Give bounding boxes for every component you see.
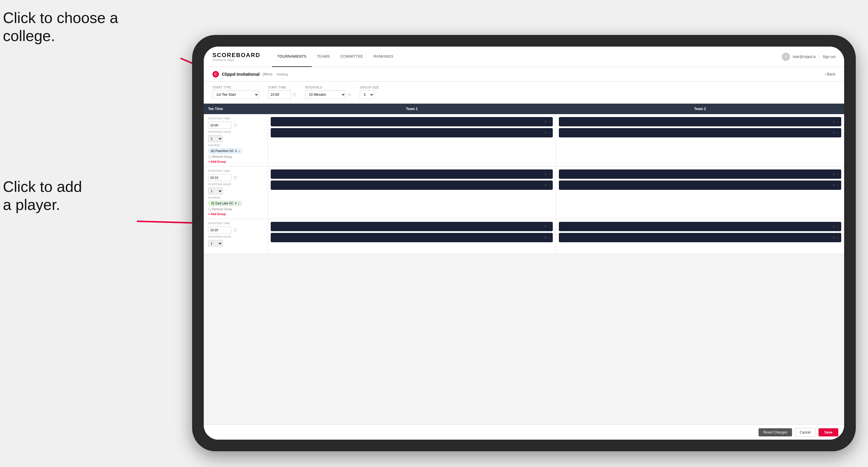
nav-tournaments[interactable]: TOURNAMENTS (272, 46, 311, 67)
course-tag-2[interactable]: 🌿 East Lake GC ✕ ↕ (208, 201, 242, 206)
course-row-1: (A) Peachtree GC ✕ ↕ (208, 149, 263, 153)
main-content[interactable]: STARTING TIME: ⓘ STARTING HOLE: 1 COURSE… (204, 114, 844, 425)
slot-x-icon[interactable]: ✕ (544, 183, 547, 187)
slot-chevron-icon[interactable]: ↕ (837, 131, 839, 135)
player-slot[interactable]: ✕ ↕ (559, 233, 841, 242)
starting-hole-row-1: 1 (208, 135, 263, 142)
slot-x-icon[interactable]: ✕ (544, 131, 547, 135)
form-group-start-time: Start Time ⓘ (268, 86, 296, 99)
slot-x-icon[interactable]: ✕ (544, 236, 547, 240)
player-slot[interactable]: ✕ ↕ (271, 233, 553, 242)
slot-chevron-icon[interactable]: ↕ (549, 131, 551, 135)
form-area: Start Type 1st Tee Start Start Time ⓘ In… (204, 82, 844, 104)
group-size-select[interactable]: 3 (360, 90, 374, 99)
slot-chevron-icon[interactable]: ↕ (837, 172, 839, 176)
player-slot[interactable]: ✕ ↕ (271, 181, 553, 190)
starting-hole-row-2: 1 (208, 187, 263, 194)
slot-chevron-icon[interactable]: ↕ (549, 120, 551, 124)
course-tag-chevron-1[interactable]: ↕ (238, 149, 240, 153)
form-group-start-type: Start Type 1st Tee Start (213, 86, 259, 99)
player-slot[interactable]: ✕ ↕ (559, 128, 841, 137)
player-slot[interactable]: ✕ ↕ (559, 181, 841, 190)
time-info-icon-1: ⓘ (234, 123, 237, 127)
starting-hole-select-3[interactable]: 1 (208, 240, 223, 247)
nav-teams[interactable]: TEAMS (312, 46, 335, 67)
player-slot[interactable]: ✕ ↕ (271, 128, 553, 137)
start-time-input[interactable] (268, 90, 291, 99)
tee-left-2: STARTING TIME: ⓘ STARTING HOLE: 1 COURSE… (204, 166, 268, 219)
tee-team1-3: ✕ ↕ ✕ ↕ (268, 219, 556, 254)
divider: | (819, 55, 820, 59)
starting-time-input-2[interactable] (208, 174, 231, 181)
slot-x-icon[interactable]: ✕ (833, 172, 835, 176)
table-row: STARTING TIME: ⓘ STARTING HOLE: 1 COURSE… (204, 166, 844, 219)
slot-chevron-icon[interactable]: ↕ (837, 236, 839, 240)
player-slot[interactable]: ✕ ↕ (271, 117, 553, 126)
add-group-1[interactable]: + Add Group (208, 160, 263, 163)
hosting-badge: Hosting (277, 72, 287, 76)
course-tag-1[interactable]: (A) Peachtree GC ✕ ↕ (208, 149, 243, 153)
sign-out-link[interactable]: Sign out (823, 55, 835, 59)
tablet-screen: SCOREBOARD Powered by clippd TOURNAMENTS… (204, 46, 844, 440)
cancel-button[interactable]: Cancel (795, 428, 816, 437)
starting-time-row-3: ⓘ (208, 226, 263, 234)
add-group-2[interactable]: + Add Group (208, 213, 263, 216)
reset-button[interactable]: Reset Changes (758, 428, 792, 436)
form-group-intervals: Intervals 10 Minutes ⓘ (305, 86, 351, 99)
intervals-label: Intervals (305, 86, 351, 89)
slot-chevron-icon[interactable]: ↕ (837, 120, 839, 124)
starting-time-input-1[interactable] (208, 122, 231, 129)
tee-team1-2: ✕ ↕ ✕ ↕ (268, 166, 556, 219)
remove-group-2[interactable]: ◯ Remove Group (208, 208, 263, 211)
remove-group-1[interactable]: ◯ Remove Group (208, 155, 263, 158)
slot-x-icon[interactable]: ✕ (833, 131, 835, 135)
slot-x-icon[interactable]: ✕ (833, 224, 835, 228)
start-type-label: Start Type (213, 86, 259, 89)
footer-bar: Reset Changes Cancel Save (204, 425, 844, 440)
slot-chevron-icon[interactable]: ↕ (549, 172, 551, 176)
slot-chevron-icon[interactable]: ↕ (549, 236, 551, 240)
sub-header: C Clippd Invitational (Men) Hosting ‹ Ba… (204, 67, 844, 82)
user-email: blair@clippd.io (793, 55, 816, 59)
start-time-info-icon: ⓘ (293, 93, 296, 97)
player-slot[interactable]: ✕ ↕ (559, 222, 841, 231)
time-info-icon-2: ⓘ (234, 176, 237, 180)
slot-x-icon[interactable]: ✕ (544, 120, 547, 124)
starting-hole-select-1[interactable]: 1 (208, 135, 223, 142)
start-type-select[interactable]: 1st Tee Start (213, 90, 259, 99)
course-tag-remove-1[interactable]: ✕ (235, 149, 237, 153)
slot-chevron-icon[interactable]: ↕ (837, 183, 839, 187)
table-row: STARTING TIME: ⓘ STARTING HOLE: 1 COURSE… (204, 114, 844, 166)
course-tag-text-2: East Lake GC (215, 202, 234, 205)
time-info-icon-3: ⓘ (234, 228, 237, 232)
player-slot[interactable]: ✕ ↕ (271, 169, 553, 179)
slot-x-icon[interactable]: ✕ (833, 183, 835, 187)
intervals-select[interactable]: 10 Minutes (305, 90, 346, 99)
starting-time-label-1: STARTING TIME: (208, 117, 263, 120)
tee-team2-1: ✕ ↕ ✕ ↕ (556, 114, 844, 166)
starting-time-row-1: ⓘ (208, 122, 263, 129)
table-header: Tee Time Team 1 Team 2 (204, 104, 844, 114)
player-slot[interactable]: ✕ ↕ (559, 169, 841, 179)
slot-chevron-icon[interactable]: ↕ (549, 183, 551, 187)
slot-x-icon[interactable]: ✕ (544, 172, 547, 176)
slot-x-icon[interactable]: ✕ (833, 236, 835, 240)
course-tag-remove-2[interactable]: ✕ (235, 202, 237, 205)
starting-hole-label-2: STARTING HOLE: (208, 183, 263, 186)
player-slot[interactable]: ✕ ↕ (559, 117, 841, 126)
nav-right: B blair@clippd.io | Sign out (782, 53, 835, 61)
slot-chevron-icon[interactable]: ↕ (549, 224, 551, 228)
intervals-info-icon: ⓘ (348, 93, 351, 97)
starting-hole-select-2[interactable]: 1 (208, 187, 223, 194)
slot-x-icon[interactable]: ✕ (544, 224, 547, 228)
course-tag-chevron-2[interactable]: ↕ (238, 202, 240, 205)
starting-time-input-3[interactable] (208, 226, 231, 234)
slot-chevron-icon[interactable]: ↕ (837, 224, 839, 228)
slot-x-icon[interactable]: ✕ (833, 120, 835, 124)
save-button[interactable]: Save (818, 428, 838, 436)
player-slot[interactable]: ✕ ↕ (271, 222, 553, 231)
back-button[interactable]: ‹ Back (825, 72, 835, 76)
nav-committee[interactable]: COMMITTEE (335, 46, 368, 67)
nav-rankings[interactable]: RANKINGS (368, 46, 399, 67)
tournament-title: Clippd Invitational (222, 72, 260, 76)
